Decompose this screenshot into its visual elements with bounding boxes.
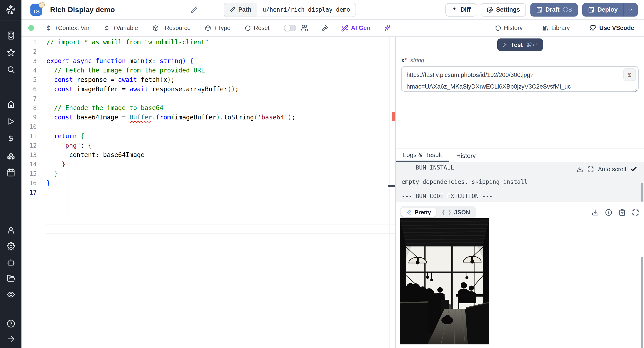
users-icon [300, 24, 308, 32]
line-number: 13 [22, 150, 37, 160]
auto-scroll-label: Auto scroll [598, 166, 626, 172]
package-icon [205, 25, 211, 31]
page-title: Rich Display demo [50, 6, 115, 14]
chevron-down-icon [628, 7, 634, 12]
textarea-resize-handle[interactable] [633, 88, 637, 92]
path-group[interactable]: Path u/henri/rich_display_demo [224, 2, 356, 17]
sidebar-calendar-icon[interactable] [6, 168, 15, 177]
settings-button[interactable]: Settings [481, 3, 526, 16]
argument-label-row: x* string [401, 57, 644, 64]
test-run-button[interactable]: Test ⌘↵ [497, 38, 543, 51]
library-icon [542, 25, 548, 31]
bun-runtime-badge-icon [38, 1, 45, 8]
collaboration-toggle[interactable] [284, 24, 296, 31]
deploy-options-caret[interactable] [624, 3, 638, 16]
draft-shortcut: ⌘S [562, 6, 572, 13]
sidebar-arrow-right-icon[interactable] [6, 334, 15, 343]
github-icon [590, 24, 596, 32]
path-label: Path [238, 6, 252, 13]
deploy-button[interactable]: Deploy [582, 3, 624, 16]
panel-splitter-handle[interactable] [388, 185, 395, 187]
sidebar-gear-icon[interactable] [6, 242, 15, 250]
diff-button[interactable]: Diff [446, 3, 476, 16]
code-line-5: const response = await fetch(x); [46, 75, 175, 84]
line-number: 10 [22, 122, 37, 132]
run-preview-panel: Test ⌘↵ x* string https://fastly.picsum.… [395, 37, 644, 348]
argument-x-input[interactable]: https://fastly.picsum.photos/id/192/200/… [401, 66, 639, 92]
windmill-logo-icon[interactable] [5, 4, 16, 16]
indent-guide [68, 103, 68, 215]
status-dot [28, 25, 34, 31]
download-result-icon[interactable] [592, 209, 599, 216]
line-number: 8 [22, 103, 37, 113]
insert-variable-button[interactable]: $ [624, 68, 636, 81]
expand-result-icon[interactable] [632, 209, 639, 216]
sidebar-robot-icon[interactable] [6, 258, 15, 266]
json-view-button[interactable]: { } JSON [437, 208, 475, 217]
add-context-var-button[interactable]: +Context Var [46, 24, 90, 31]
code-line-1: // import * as wmill from "windmill-clie… [46, 38, 209, 47]
sidebar-boxes-icon[interactable] [6, 151, 15, 160]
line-number: 6 [22, 84, 37, 94]
copy-clipboard-icon[interactable] [618, 209, 626, 216]
sidebar-help-icon[interactable] [6, 319, 15, 328]
required-asterisk: * [404, 57, 407, 64]
use-vscode-button[interactable]: Use VScode [590, 24, 634, 32]
sidebar-eye-icon[interactable] [6, 290, 15, 299]
line-number: 7 [22, 94, 37, 103]
line-number: 15 [22, 169, 37, 178]
info-icon[interactable] [605, 209, 612, 216]
history-button[interactable]: History [495, 24, 522, 31]
expand-logs-icon[interactable] [587, 166, 594, 172]
log-viewer[interactable]: --- BUN INSTALL --- empty dependencies, … [396, 162, 644, 202]
draft-button[interactable]: Draft ⌘S [530, 3, 578, 16]
sidebar-play-icon[interactable] [6, 117, 15, 126]
sidebar-home-icon[interactable] [6, 100, 15, 109]
tab-history[interactable]: History [449, 149, 483, 162]
code-line-11: return { [46, 132, 84, 141]
result-view-toggle: Pretty { } JSON [400, 206, 476, 218]
dollar-icon [46, 25, 52, 31]
windmill-script-editor: TS Rich Display demo Path u/henri/rich_d… [0, 0, 644, 348]
paintbrush-icon [321, 24, 328, 32]
reset-button[interactable]: Reset [245, 24, 270, 31]
pretty-view-button[interactable]: Pretty [401, 208, 436, 217]
sidebar-user-icon[interactable] [6, 226, 15, 234]
argument-type: string [410, 57, 424, 64]
sidebar-search-icon[interactable] [6, 65, 15, 74]
editor-toolbar: +Context Var +Variable +Resource +Type R… [22, 20, 644, 37]
error-overview-marker [392, 112, 395, 121]
ai-gen-button[interactable]: AI Gen [341, 24, 370, 32]
result-image [400, 218, 489, 344]
line-number: 3 [22, 56, 37, 66]
add-resource-button[interactable]: +Resource [152, 24, 190, 31]
rotate-cw-icon [245, 25, 251, 31]
tab-logs-result[interactable]: Logs & Result [396, 149, 449, 162]
logs-result-section: Logs & Result History --- BUN INSTALL --… [396, 148, 644, 348]
result-scrollbar[interactable] [641, 257, 643, 348]
code-line-15: } [46, 169, 58, 178]
play-icon [502, 42, 507, 48]
format-button[interactable] [321, 24, 328, 32]
sidebar-star-icon[interactable] [6, 48, 15, 57]
sidebar-folder-icon[interactable] [6, 274, 15, 283]
save-icon [588, 6, 594, 13]
line-number: 4 [22, 66, 37, 75]
result-area: Pretty { } JSON [396, 202, 644, 348]
auto-scroll-check-icon[interactable] [630, 166, 637, 173]
add-variable-button[interactable]: +Variable [104, 24, 138, 31]
library-button[interactable]: Library [542, 24, 570, 31]
edit-path-pencil-icon [230, 7, 235, 12]
log-scrollbar[interactable] [641, 183, 643, 202]
line-number: 9 [22, 113, 37, 122]
edit-summary-pencil-icon[interactable] [190, 6, 198, 13]
line-number: 11 [22, 132, 37, 141]
sidebar-building-icon[interactable] [6, 31, 15, 40]
script-path-value[interactable]: u/henri/rich_display_demo [257, 3, 355, 16]
add-type-button[interactable]: +Type [205, 24, 230, 31]
app-sidebar [0, 0, 22, 348]
ai-sparkles-button[interactable] [384, 24, 391, 32]
code-editor[interactable]: 1// import * as wmill from "windmill-cli… [22, 37, 395, 348]
sidebar-dollar-icon[interactable] [6, 134, 15, 143]
download-logs-icon[interactable] [576, 166, 583, 172]
